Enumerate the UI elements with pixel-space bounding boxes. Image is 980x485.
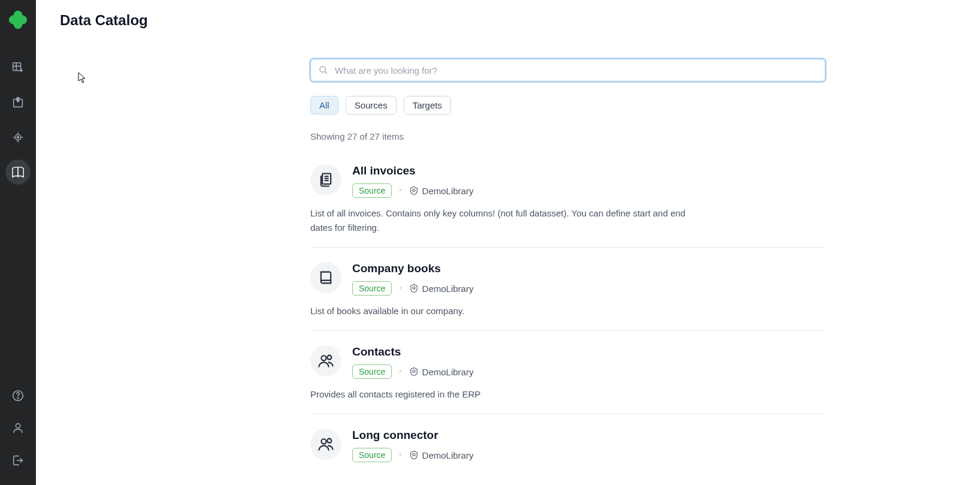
- svg-point-31: [413, 453, 415, 456]
- item-badge: Source: [352, 183, 392, 198]
- item-badge: Source: [352, 448, 392, 462]
- svg-point-28: [413, 370, 415, 372]
- svg-line-19: [325, 71, 327, 74]
- library-icon: [409, 284, 419, 293]
- item-library: DemoLibrary: [409, 284, 474, 294]
- svg-point-30: [327, 439, 331, 443]
- item-description: List of all invoices. Contains only key …: [310, 206, 700, 235]
- catalog-item[interactable]: Company books Source • DemoLibrary: [310, 256, 825, 331]
- svg-point-9: [17, 137, 19, 138]
- sidebar-item-profile[interactable]: [5, 415, 31, 441]
- svg-point-3: [13, 20, 22, 29]
- meta-separator: •: [399, 186, 401, 195]
- item-badge: Source: [352, 281, 392, 296]
- meta-separator: •: [399, 284, 401, 293]
- book-icon: [310, 262, 341, 293]
- sidebar-item-table[interactable]: [5, 55, 31, 80]
- item-description: Provides all contacts registered in the …: [310, 387, 700, 402]
- item-description: List of books available in our company.: [310, 304, 700, 318]
- filter-sources[interactable]: Sources: [346, 96, 397, 115]
- svg-point-24: [413, 189, 415, 191]
- meta-separator: •: [399, 367, 401, 376]
- svg-rect-4: [13, 63, 21, 71]
- page-title: Data Catalog: [60, 12, 956, 29]
- library-icon: [409, 367, 419, 376]
- sidebar: [0, 0, 36, 485]
- sidebar-item-target[interactable]: [5, 125, 31, 150]
- sidebar-item-catalog[interactable]: [5, 159, 31, 185]
- item-title: All invoices: [352, 164, 825, 177]
- item-library: DemoLibrary: [409, 450, 474, 460]
- users-icon: [310, 429, 341, 460]
- catalog-item[interactable]: All invoices Source • DemoLibrary: [310, 158, 825, 248]
- item-badge: Source: [352, 364, 392, 379]
- svg-point-26: [321, 356, 326, 360]
- sidebar-item-logout[interactable]: [5, 448, 31, 473]
- svg-point-27: [327, 356, 331, 360]
- item-title: Company books: [352, 262, 825, 275]
- help-icon: [11, 389, 25, 402]
- book-open-icon: [11, 165, 25, 179]
- logout-icon: [11, 454, 25, 467]
- item-title: Long connector: [352, 429, 825, 442]
- catalog-item[interactable]: Contacts Source • DemoLibrary: [310, 339, 825, 414]
- item-title: Contacts: [352, 345, 825, 359]
- svg-point-29: [321, 439, 326, 444]
- library-icon: [409, 450, 419, 460]
- search-icon: [319, 65, 328, 75]
- inbox-icon: [11, 96, 25, 109]
- sidebar-nav: [5, 55, 31, 185]
- users-icon: [310, 345, 341, 376]
- main-content: Data Catalog All Sources Targets Showing…: [36, 0, 980, 485]
- logo[interactable]: [7, 8, 29, 31]
- search-input[interactable]: [310, 59, 825, 82]
- item-library: DemoLibrary: [409, 186, 474, 196]
- catalog-item[interactable]: Long connector Source • DemoLibrary: [310, 423, 825, 474]
- filter-targets[interactable]: Targets: [404, 96, 451, 115]
- result-count: Showing 27 of 27 items: [310, 131, 825, 141]
- svg-point-18: [320, 67, 325, 72]
- table-icon: [11, 61, 25, 74]
- svg-point-25: [413, 287, 415, 289]
- filter-all[interactable]: All: [310, 96, 338, 115]
- sidebar-item-help[interactable]: [5, 383, 31, 408]
- library-icon: [409, 186, 419, 195]
- filter-group: All Sources Targets: [310, 96, 825, 115]
- user-icon: [11, 421, 25, 435]
- svg-point-16: [16, 424, 20, 428]
- svg-point-15: [17, 397, 18, 398]
- target-icon: [11, 131, 25, 144]
- meta-separator: •: [399, 451, 401, 459]
- sidebar-bottom: [5, 383, 31, 485]
- documents-icon: [310, 164, 341, 195]
- search-wrapper: [310, 59, 825, 82]
- sidebar-item-inbox[interactable]: [5, 90, 31, 115]
- item-library: DemoLibrary: [409, 367, 474, 377]
